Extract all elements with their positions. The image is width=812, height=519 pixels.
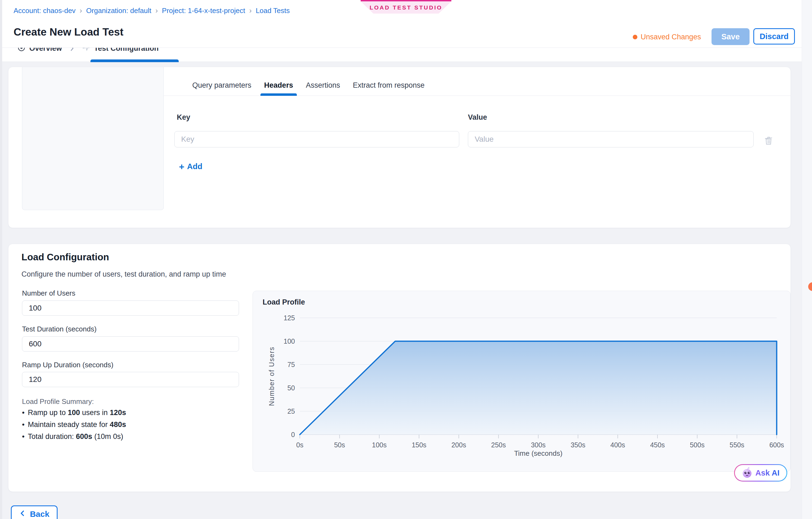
chevron-right-icon: › — [249, 6, 252, 15]
breadcrumb-organization[interactable]: Organization: default — [86, 6, 151, 15]
tab-headers[interactable]: Headers — [264, 81, 293, 90]
summary-bullet-total: • Total duration: 600s (10m 0s) — [22, 432, 123, 441]
window-left-edge — [0, 0, 2, 519]
status-badge: Unsaved Changes — [641, 33, 701, 41]
ask-ai-label: Ask AI — [755, 468, 779, 478]
tab-extract-from-response[interactable]: Extract from response — [353, 81, 425, 90]
svg-text:200s: 200s — [451, 441, 466, 449]
unsaved-changes-status: Unsaved Changes — [633, 30, 701, 43]
badge-label: LOAD TEST STUDIO — [370, 4, 442, 11]
breadcrumb-account[interactable]: Account: chaos-dev — [13, 6, 76, 15]
load-profile-summary-title: Load Profile Summary: — [22, 397, 94, 406]
key-column-label: Key — [177, 113, 191, 122]
ramp-up-duration-input[interactable] — [22, 372, 239, 387]
svg-text:Time (seconds): Time (seconds) — [514, 449, 562, 457]
summary-bullet-text: Maintain steady state for 480s — [28, 421, 126, 429]
svg-text:350s: 350s — [571, 441, 585, 449]
load-profile-chart-card: Load Profile 02550751001250s50s100s150s2… — [253, 291, 790, 472]
svg-text:400s: 400s — [610, 441, 625, 449]
svg-text:25: 25 — [287, 407, 295, 415]
request-list-panel — [22, 67, 164, 210]
back-button-label: Back — [30, 510, 50, 519]
load-config-card: Load Configuration Configure the number … — [8, 244, 791, 492]
load-test-studio-badge: LOAD TEST STUDIO — [361, 0, 451, 13]
tab-assertions[interactable]: Assertions — [306, 81, 340, 90]
svg-text:250s: 250s — [491, 441, 506, 449]
scrollbar-gutter[interactable] — [802, 0, 812, 519]
save-button[interactable]: Save — [712, 28, 750, 45]
breadcrumb: Account: chaos-dev › Organization: defau… — [13, 6, 290, 15]
request-config-card: Query parameters Headers Assertions Extr… — [8, 67, 791, 228]
value-column-label: Value — [468, 113, 487, 122]
breadcrumb-load-tests[interactable]: Load Tests — [256, 6, 290, 15]
summary-bullet-steady: • Maintain steady state for 480s — [22, 421, 126, 429]
tab-query-parameters[interactable]: Query parameters — [192, 81, 252, 90]
load-profile-chart: 02550751001250s50s100s150s200s250s300s35… — [253, 291, 791, 472]
section-title: Load Configuration — [22, 252, 109, 263]
badge-ribbon: LOAD TEST STUDIO — [361, 1, 451, 13]
add-header-label: Add — [187, 162, 202, 171]
svg-text:150s: 150s — [412, 441, 426, 449]
add-header-button[interactable]: + Add — [179, 162, 202, 171]
svg-text:600s: 600s — [770, 441, 784, 449]
robot-icon — [742, 467, 753, 479]
summary-bullet-text: Ramp up to 100 users in 120s — [28, 408, 126, 417]
header-value-input[interactable] — [468, 131, 754, 147]
trash-icon — [763, 143, 774, 147]
section-description: Configure the number of users, test dura… — [22, 270, 226, 278]
page-title: Create New Load Test — [13, 26, 123, 38]
chevron-left-icon — [19, 510, 27, 519]
active-step-underline — [90, 59, 179, 62]
bullet-glyph: • — [22, 432, 24, 441]
request-tabs: Query parameters Headers Assertions Extr… — [164, 67, 790, 96]
svg-text:550s: 550s — [730, 441, 744, 449]
svg-text:450s: 450s — [650, 441, 665, 449]
svg-text:50: 50 — [287, 384, 295, 392]
chevron-right-icon: › — [155, 6, 158, 15]
test-duration-input[interactable] — [22, 336, 239, 352]
svg-text:Number of Users: Number of Users — [268, 347, 276, 406]
svg-text:50s: 50s — [334, 441, 345, 449]
ramp-up-duration-label: Ramp Up Duration (seconds) — [22, 361, 114, 369]
number-of-users-input[interactable] — [22, 301, 239, 316]
svg-text:300s: 300s — [531, 441, 546, 449]
back-button[interactable]: Back — [11, 506, 58, 519]
test-duration-label: Test Duration (seconds) — [22, 325, 97, 333]
bullet-glyph: • — [22, 408, 24, 417]
svg-text:500s: 500s — [690, 441, 704, 449]
badge-top-bar — [361, 0, 451, 1]
ask-ai-button[interactable]: Ask AI — [734, 464, 787, 482]
bullet-glyph: • — [22, 421, 24, 429]
svg-text:100s: 100s — [372, 441, 387, 449]
svg-text:0s: 0s — [296, 441, 303, 449]
svg-text:0: 0 — [291, 431, 295, 438]
header-key-input[interactable] — [174, 131, 459, 147]
svg-text:75: 75 — [287, 361, 295, 368]
chevron-right-icon: › — [80, 6, 82, 15]
dot-icon — [633, 35, 637, 39]
number-of-users-label: Number of Users — [22, 289, 76, 298]
delete-row-button[interactable] — [763, 135, 774, 147]
svg-text:100: 100 — [284, 337, 295, 345]
svg-text:125: 125 — [284, 314, 295, 322]
breadcrumb-project[interactable]: Project: 1-64-x-test-project — [162, 6, 245, 15]
summary-bullet-ramp: • Ramp up to 100 users in 120s — [22, 408, 126, 417]
plus-icon: + — [179, 162, 184, 171]
summary-bullet-text: Total duration: 600s (10m 0s) — [28, 432, 123, 441]
discard-button[interactable]: Discard — [753, 28, 795, 44]
